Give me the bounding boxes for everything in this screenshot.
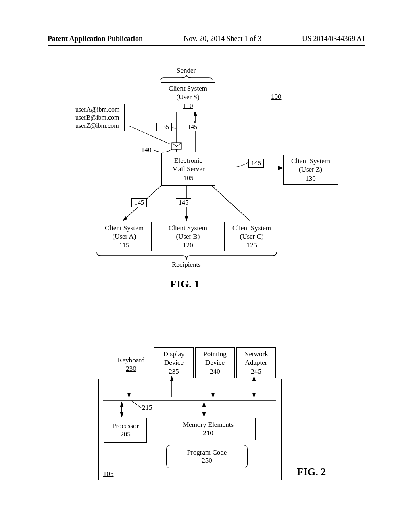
network-l1: Network bbox=[244, 350, 268, 358]
mail-server-box: Electronic Mail Server 105 bbox=[161, 153, 215, 186]
display-box: Display Device 235 bbox=[154, 347, 194, 378]
userz-box: Client System (User Z) 130 bbox=[283, 155, 338, 185]
fig2-title: FIG. 2 bbox=[297, 466, 326, 478]
mail-server-l2: Mail Server bbox=[172, 165, 205, 173]
svg-rect-1 bbox=[172, 143, 181, 149]
email-2: userB@ibm.com bbox=[75, 114, 119, 122]
email-1: userA@ibm.com bbox=[75, 106, 119, 114]
usera-ref: 115 bbox=[119, 241, 129, 249]
mail-server-l1: Electronic bbox=[174, 156, 202, 165]
userz-l2: (User Z) bbox=[299, 165, 322, 174]
processor-ref: 205 bbox=[120, 430, 131, 438]
ref-140: 140 bbox=[141, 146, 152, 154]
userb-ref: 120 bbox=[183, 241, 193, 249]
pointing-l2: Device bbox=[205, 358, 225, 367]
fig1-title: FIG. 1 bbox=[170, 278, 199, 290]
program-l1: Program Code bbox=[167, 449, 247, 457]
bus-ref: 215 bbox=[142, 404, 152, 412]
display-l2: Device bbox=[164, 358, 184, 367]
recipients-label: Recipients bbox=[171, 261, 202, 269]
fig2-system-ref: 105 bbox=[103, 470, 114, 478]
pointing-box: Pointing Device 240 bbox=[195, 347, 235, 378]
processor-l1: Processor bbox=[112, 422, 139, 430]
pointing-l1: Pointing bbox=[203, 350, 227, 358]
mail-server-ref: 105 bbox=[183, 174, 194, 182]
userb-l2: (User B) bbox=[176, 232, 200, 241]
email-list-box: userA@ibm.com userB@ibm.com userZ@ibm.co… bbox=[73, 104, 125, 131]
sender-box-ref: 110 bbox=[183, 102, 193, 110]
userc-l2: (User C) bbox=[240, 232, 263, 241]
network-box: Network Adapter 245 bbox=[236, 347, 276, 378]
userc-box: Client System (User C) 125 bbox=[224, 222, 279, 251]
usera-l1: Client System bbox=[105, 224, 144, 232]
usera-box: Client System (User A) 115 bbox=[97, 222, 152, 251]
processor-box: Processor 205 bbox=[104, 418, 147, 443]
userc-l1: Client System bbox=[232, 224, 271, 232]
program-code-box: Program Code 250 bbox=[166, 445, 248, 468]
svg-line-6 bbox=[211, 185, 250, 221]
ref-145-b: 145 bbox=[176, 198, 191, 207]
memory-box: Memory Elements 210 bbox=[161, 418, 256, 440]
memory-ref: 210 bbox=[203, 429, 213, 437]
ref-145-z: 145 bbox=[248, 159, 264, 168]
userb-box: Client System (User B) 120 bbox=[161, 222, 215, 251]
keyboard-box: Keyboard 230 bbox=[110, 351, 152, 378]
sender-label: Sender bbox=[176, 67, 196, 75]
memory-l1: Memory Elements bbox=[183, 420, 234, 429]
keyboard-ref: 230 bbox=[126, 364, 136, 373]
userz-l1: Client System bbox=[291, 157, 330, 165]
sender-box-l1: Client System bbox=[169, 84, 207, 93]
keyboard-l1: Keyboard bbox=[117, 356, 144, 364]
canvas: 100 Sender Client System (User S) 110 us… bbox=[0, 0, 413, 532]
network-ref: 245 bbox=[251, 367, 261, 376]
email-3: userZ@ibm.com bbox=[75, 122, 119, 130]
display-l1: Display bbox=[163, 350, 185, 358]
display-ref: 235 bbox=[169, 367, 179, 376]
ref-145-sender: 145 bbox=[185, 123, 200, 131]
sender-box-l2: (User S) bbox=[176, 93, 199, 101]
pointing-ref: 240 bbox=[210, 367, 220, 376]
network-l2: Adapter bbox=[245, 358, 267, 367]
page: Patent Application Publication Nov. 20, … bbox=[0, 0, 413, 532]
ref-145-a: 145 bbox=[131, 198, 147, 207]
sender-box: Client System (User S) 110 bbox=[161, 82, 215, 112]
userc-ref: 125 bbox=[246, 241, 257, 249]
ref-135: 135 bbox=[156, 123, 172, 131]
userb-l1: Client System bbox=[169, 224, 207, 232]
userz-ref: 130 bbox=[305, 174, 316, 183]
program-ref: 250 bbox=[167, 457, 247, 465]
fig1-system-ref: 100 bbox=[271, 93, 282, 101]
usera-l2: (User A) bbox=[112, 232, 136, 241]
